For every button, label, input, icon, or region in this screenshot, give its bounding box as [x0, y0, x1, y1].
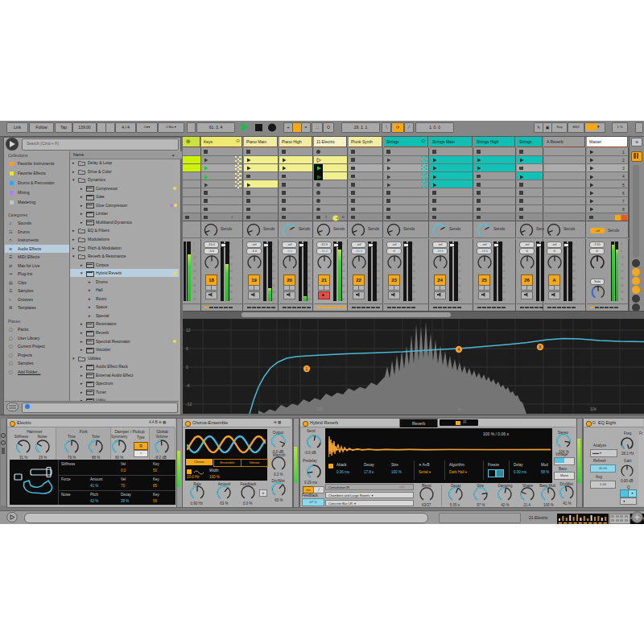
svg-text:1: 1: [306, 366, 308, 371]
svg-text:4: 4: [458, 347, 460, 352]
svg-text:0: 0: [186, 365, 188, 369]
svg-text:6: 6: [186, 346, 188, 351]
svg-text:-12: -12: [186, 402, 192, 407]
svg-text:10k: 10k: [590, 407, 597, 411]
svg-text:12: 12: [186, 328, 191, 332]
svg-text:8: 8: [539, 345, 542, 349]
svg-text:1k: 1k: [457, 407, 462, 411]
svg-text:100: 100: [316, 407, 324, 411]
svg-text:-6: -6: [186, 383, 190, 388]
